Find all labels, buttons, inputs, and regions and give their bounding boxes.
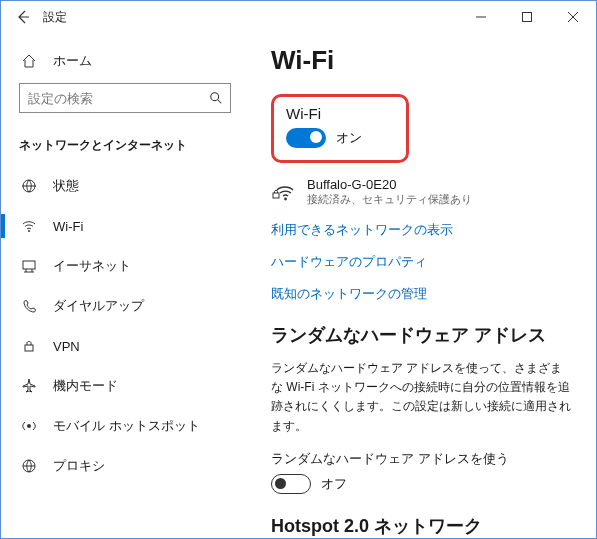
nav-item-airplane[interactable]: 機内モード <box>1 366 249 406</box>
nav-item-label: イーサネット <box>53 257 131 275</box>
maximize-button[interactable] <box>504 1 550 33</box>
nav-item-label: 機内モード <box>53 377 118 395</box>
nav-item-vpn[interactable]: VPN <box>1 326 249 366</box>
sidebar-category: ネットワークとインターネット <box>1 123 249 166</box>
wifi-secure-icon <box>271 177 295 205</box>
back-button[interactable] <box>15 9 43 25</box>
wifi-icon <box>21 218 37 234</box>
close-icon <box>568 12 578 22</box>
link-hardware-properties[interactable]: ハードウェアのプロパティ <box>271 253 574 271</box>
svg-line-5 <box>218 100 222 104</box>
hotspot-heading: Hotspot 2.0 ネットワーク <box>271 514 574 538</box>
nav-item-label: VPN <box>53 339 80 354</box>
random-mac-toggle-row: オフ <box>271 474 574 494</box>
status-icon <box>21 178 37 194</box>
maximize-icon <box>522 12 532 22</box>
connection-status: 接続済み、セキュリティ保護あり <box>307 192 472 207</box>
nav-item-proxy[interactable]: プロキシ <box>1 446 249 486</box>
random-mac-heading: ランダムなハードウェア アドレス <box>271 323 574 347</box>
link-known-networks[interactable]: 既知のネットワークの管理 <box>271 285 574 303</box>
nav-home-label: ホーム <box>53 52 92 70</box>
connection-ssid: Buffalo-G-0E20 <box>307 177 472 192</box>
main-panel: Wi-Fi Wi-Fi オン Buff <box>249 33 596 538</box>
svg-rect-18 <box>273 193 279 198</box>
svg-point-14 <box>27 424 31 428</box>
ethernet-icon <box>21 258 37 274</box>
hotspot-icon <box>21 418 37 434</box>
wifi-toggle[interactable] <box>286 128 326 148</box>
nav-item-wifi[interactable]: Wi-Fi <box>1 206 249 246</box>
nav-item-label: モバイル ホットスポット <box>53 417 200 435</box>
random-mac-toggle[interactable] <box>271 474 311 494</box>
airplane-icon <box>21 378 37 394</box>
wifi-section-label: Wi-Fi <box>286 105 394 122</box>
nav-item-dialup[interactable]: ダイヤルアップ <box>1 286 249 326</box>
page-title: Wi-Fi <box>271 45 574 76</box>
svg-point-4 <box>211 93 219 101</box>
svg-point-8 <box>28 230 30 232</box>
link-available-networks[interactable]: 利用できるネットワークの表示 <box>271 221 574 239</box>
wifi-toggle-highlight: Wi-Fi オン <box>271 94 409 163</box>
svg-rect-1 <box>523 13 532 22</box>
nav-item-label: Wi-Fi <box>53 219 83 234</box>
current-connection[interactable]: Buffalo-G-0E20 接続済み、セキュリティ保護あり <box>271 177 574 207</box>
svg-point-17 <box>284 198 287 201</box>
search-row <box>1 79 249 123</box>
random-mac-desc: ランダムなハードウェア アドレスを使って、さまざまな Wi-Fi ネットワークへ… <box>271 359 574 436</box>
minimize-icon <box>476 12 486 22</box>
sidebar: ホーム ネットワークとインターネット 状態 <box>1 33 249 538</box>
home-icon <box>21 53 37 69</box>
content-area: ホーム ネットワークとインターネット 状態 <box>1 33 596 538</box>
settings-window: 設定 ホーム <box>0 0 597 539</box>
random-mac-toggle-state: オフ <box>321 475 347 493</box>
search-icon <box>209 91 223 105</box>
nav-item-ethernet[interactable]: イーサネット <box>1 246 249 286</box>
vpn-icon <box>21 338 37 354</box>
back-arrow-icon <box>15 9 31 25</box>
svg-rect-9 <box>23 261 35 269</box>
nav-home[interactable]: ホーム <box>1 43 249 79</box>
minimize-button[interactable] <box>458 1 504 33</box>
svg-rect-13 <box>25 345 33 351</box>
nav-item-label: プロキシ <box>53 457 105 475</box>
wifi-toggle-state: オン <box>336 129 362 147</box>
wifi-toggle-row: オン <box>286 128 394 148</box>
random-mac-toggle-label: ランダムなハードウェア アドレスを使う <box>271 450 574 468</box>
nav-item-status[interactable]: 状態 <box>1 166 249 206</box>
dialup-icon <box>21 298 37 314</box>
nav-item-label: 状態 <box>53 177 79 195</box>
window-title: 設定 <box>43 9 458 26</box>
window-controls <box>458 1 596 33</box>
nav-item-hotspot[interactable]: モバイル ホットスポット <box>1 406 249 446</box>
titlebar: 設定 <box>1 1 596 33</box>
search-input[interactable] <box>19 83 231 113</box>
proxy-icon <box>21 458 37 474</box>
nav-item-label: ダイヤルアップ <box>53 297 144 315</box>
close-button[interactable] <box>550 1 596 33</box>
